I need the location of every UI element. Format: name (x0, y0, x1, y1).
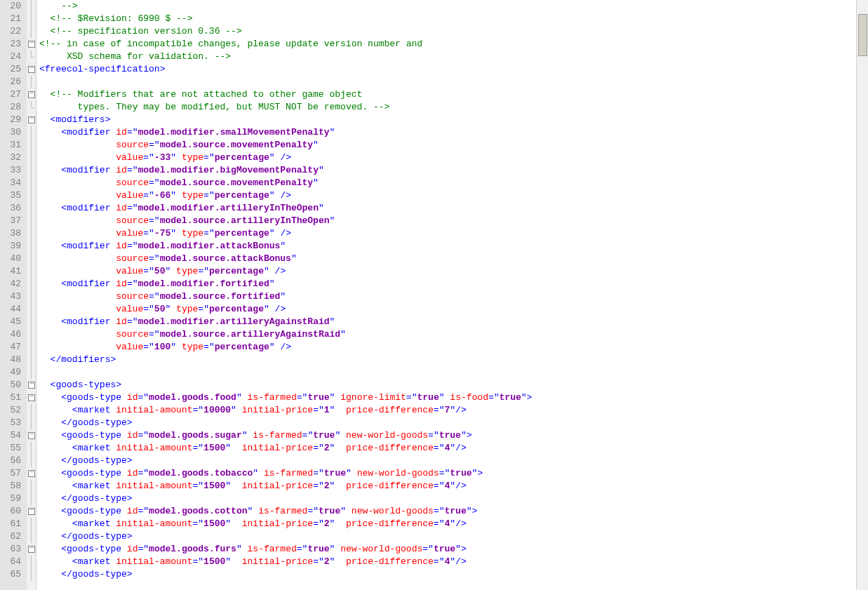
scrollbar-thumb[interactable] (858, 14, 867, 56)
code-line[interactable]: <modifier id="model.modifier.attackBonus… (39, 240, 868, 253)
code-line[interactable]: <modifiers> (39, 114, 868, 126)
code-line[interactable]: value="50" type="percentage" /> (39, 265, 868, 278)
fold-column[interactable] (27, 0, 36, 590)
line-number: 25 (0, 63, 21, 76)
fold-toggle-icon[interactable] (27, 88, 36, 101)
code-line[interactable]: <market initial-amount="1500" initial-pr… (39, 442, 868, 455)
line-number: 32 (0, 152, 21, 164)
code-line[interactable]: source="model.source.attackBonus" (39, 253, 868, 265)
line-number: 47 (0, 341, 21, 354)
fold-guide (27, 417, 36, 429)
line-number: 20 (0, 0, 21, 13)
code-line[interactable]: <goods-type id="model.goods.tobacco" is-… (39, 467, 868, 480)
code-line[interactable]: <modifier id="model.modifier.smallMoveme… (39, 126, 868, 139)
fold-toggle-icon[interactable] (27, 505, 36, 518)
code-line[interactable]: <goods-types> (39, 379, 868, 391)
fold-guide (27, 51, 36, 63)
line-number: 64 (0, 556, 21, 568)
code-line[interactable]: <modifier id="model.modifier.fortified" (39, 278, 868, 290)
line-number: 23 (0, 38, 21, 51)
line-number: 53 (0, 417, 21, 429)
code-area[interactable]: --> <!-- $Revision: 6990 $ --> <!-- spec… (36, 0, 868, 590)
fold-guide (27, 265, 36, 278)
code-line[interactable]: source="model.source.artilleryInTheOpen" (39, 215, 868, 227)
line-number: 40 (0, 253, 21, 265)
code-line[interactable]: source="model.source.artilleryAgainstRai… (39, 328, 868, 341)
line-number: 33 (0, 164, 21, 177)
fold-guide (27, 328, 36, 341)
code-line[interactable]: </goods-type> (39, 568, 868, 581)
fold-guide (27, 568, 36, 581)
fold-toggle-icon[interactable] (27, 391, 36, 404)
code-line[interactable]: <modifier id="model.modifier.artilleryAg… (39, 316, 868, 328)
fold-toggle-icon[interactable] (27, 63, 36, 76)
code-line[interactable]: <goods-type id="model.goods.cotton" is-f… (39, 505, 868, 518)
code-line[interactable]: <market initial-amount="1500" initial-pr… (39, 556, 868, 568)
code-line[interactable]: <!-- in case of incompatible changes, pl… (39, 38, 868, 51)
code-line[interactable]: <modifier id="model.modifier.artilleryIn… (39, 202, 868, 215)
line-number: 38 (0, 227, 21, 240)
line-number: 27 (0, 88, 21, 101)
code-line[interactable]: value="-33" type="percentage" /> (39, 152, 868, 164)
code-line[interactable]: <goods-type id="model.goods.sugar" is-fa… (39, 429, 868, 442)
fold-guide (27, 341, 36, 354)
code-line[interactable]: </goods-type> (39, 417, 868, 429)
fold-guide (27, 518, 36, 530)
code-line[interactable]: <!-- specification version 0.36 --> (39, 25, 868, 38)
fold-toggle-icon[interactable] (27, 114, 36, 126)
code-line[interactable]: </goods-type> (39, 492, 868, 505)
code-line[interactable]: types. They may be modified, but MUST NO… (39, 101, 868, 114)
line-number: 26 (0, 76, 21, 88)
fold-guide (27, 455, 36, 467)
code-line[interactable]: <market initial-amount="1500" initial-pr… (39, 518, 868, 530)
fold-guide (27, 177, 36, 189)
code-editor[interactable]: 2021222324252627282930313233343536373839… (0, 0, 868, 590)
code-line[interactable]: source="model.source.movementPenalty" (39, 177, 868, 189)
fold-guide (27, 164, 36, 177)
fold-guide (27, 303, 36, 316)
fold-guide (27, 227, 36, 240)
code-line[interactable]: <market initial-amount="1500" initial-pr… (39, 480, 868, 492)
code-line[interactable]: <!-- $Revision: 6990 $ --> (39, 13, 868, 25)
code-line[interactable]: </goods-type> (39, 530, 868, 543)
fold-toggle-icon[interactable] (27, 379, 36, 391)
code-line[interactable]: value="50" type="percentage" /> (39, 303, 868, 316)
vertical-scrollbar[interactable] (856, 0, 868, 590)
fold-guide (27, 215, 36, 227)
code-line[interactable]: <goods-type id="model.goods.food" is-far… (39, 391, 868, 404)
code-line[interactable]: --> (39, 0, 868, 13)
line-number: 30 (0, 126, 21, 139)
code-line[interactable]: </goods-type> (39, 455, 868, 467)
fold-guide (27, 253, 36, 265)
fold-toggle-icon[interactable] (27, 429, 36, 442)
line-number: 52 (0, 404, 21, 417)
line-number: 34 (0, 177, 21, 189)
fold-guide (27, 202, 36, 215)
code-line[interactable]: source="model.source.fortified" (39, 290, 868, 303)
fold-toggle-icon[interactable] (27, 38, 36, 51)
code-line[interactable]: XSD schema for validation. --> (39, 51, 868, 63)
code-line[interactable]: <!-- Modifiers that are not attached to … (39, 88, 868, 101)
code-line[interactable] (39, 366, 868, 379)
line-number: 37 (0, 215, 21, 227)
line-number: 41 (0, 265, 21, 278)
code-line[interactable]: value="-75" type="percentage" /> (39, 227, 868, 240)
code-line[interactable]: <market initial-amount="10000" initial-p… (39, 404, 868, 417)
fold-guide (27, 76, 36, 88)
line-number: 35 (0, 189, 21, 202)
fold-toggle-icon[interactable] (27, 543, 36, 556)
line-number: 28 (0, 101, 21, 114)
line-number: 50 (0, 379, 21, 391)
fold-guide (27, 240, 36, 253)
fold-toggle-icon[interactable] (27, 467, 36, 480)
code-line[interactable]: value="-66" type="percentage" /> (39, 189, 868, 202)
code-line[interactable]: <freecol-specification> (39, 63, 868, 76)
code-line[interactable]: <goods-type id="model.goods.furs" is-far… (39, 543, 868, 556)
code-line[interactable]: value="100" type="percentage" /> (39, 341, 868, 354)
fold-guide (27, 354, 36, 366)
line-number: 55 (0, 442, 21, 455)
code-line[interactable]: </modifiers> (39, 354, 868, 366)
code-line[interactable] (39, 76, 868, 88)
code-line[interactable]: source="model.source.movementPenalty" (39, 139, 868, 152)
code-line[interactable]: <modifier id="model.modifier.bigMovement… (39, 164, 868, 177)
